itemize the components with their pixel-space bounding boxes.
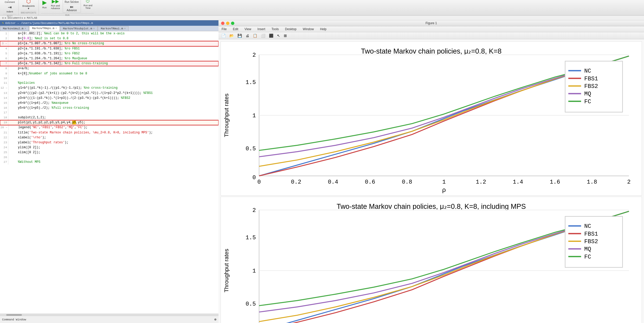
- scroll-indicator[interactable]: [0, 314, 218, 316]
- svg-text:1.5: 1.5: [246, 235, 256, 241]
- run-advance-icon: ▶▶: [52, 0, 59, 4]
- run-icon: ▶: [42, 0, 47, 6]
- code-line-2: 2 b=[0.8]; %mu2 is set to 0.8: [0, 36, 218, 41]
- tab-markovtrsubplot[interactable]: MarkovTRsubplot.m ×: [60, 26, 98, 31]
- tab-label-1: MarkovTRmps.m: [32, 27, 54, 30]
- svg-text:0.5: 0.5: [246, 301, 256, 308]
- tab-close-3[interactable]: ×: [124, 27, 126, 30]
- code-line-12: 12 – y1=b*((p1.^k)-1)./((p1.^k)-1./p1); …: [0, 86, 218, 91]
- svg-text:0: 0: [253, 175, 256, 181]
- indent-button[interactable]: ⇥ Indent: [5, 4, 15, 14]
- tab-close-2[interactable]: ×: [93, 27, 95, 30]
- figure-menu-view[interactable]: View: [243, 27, 252, 31]
- fig-select-button[interactable]: ↖: [276, 33, 281, 38]
- figure-title-bar: Figure 1: [218, 20, 644, 26]
- svg-text:MQ: MQ: [584, 246, 591, 253]
- figure-menu-window[interactable]: Window: [302, 27, 315, 31]
- figure-title: Figure 1: [426, 21, 437, 25]
- code-line-15: 15 y4=b*((1+p4)./2); %maxqueue: [0, 101, 218, 106]
- comment-button[interactable]: 💬 Comment: [3, 0, 16, 4]
- figure-maximize-button[interactable]: [231, 22, 234, 25]
- fig-copy-button[interactable]: 📋: [252, 33, 259, 38]
- fig-edit-button[interactable]: ⊞: [282, 33, 288, 38]
- figure-window-controls: [221, 22, 234, 25]
- editor-title: Editor – /Users/juno/Documents/MATLAB/Ma…: [5, 22, 93, 25]
- svg-text:FC: FC: [584, 254, 591, 260]
- code-line-1: 1 a=[0:.001:2]; %mu1 can be 0 to 2, this…: [0, 31, 218, 36]
- figure-menu-help[interactable]: Help: [319, 27, 328, 31]
- figure-toolbar: 📄 📂 💾 🖨 📋 ⬜ ⬛ ↖ ⊞: [218, 32, 644, 39]
- svg-text:2: 2: [253, 207, 256, 214]
- command-window-bar[interactable]: Command Window ⊕: [0, 316, 218, 323]
- fig-print-button[interactable]: 🖨: [244, 33, 250, 38]
- code-line-20: 20 – legend('NC','FBS1','FBS2','MQ','FC'…: [0, 125, 218, 130]
- fig-save-button[interactable]: 💾: [236, 33, 243, 38]
- advance-button[interactable]: ⏭ Advance: [63, 4, 80, 12]
- figure-close-button[interactable]: [221, 22, 224, 25]
- svg-text:NC: NC: [584, 68, 591, 74]
- svg-text:1.8: 1.8: [587, 179, 597, 185]
- svg-text:MQ: MQ: [584, 91, 591, 97]
- toolbar: 💬 Comment ⇥ Indent EDIT ⬡ Breakpoints ▼ …: [0, 0, 644, 16]
- tab-close-1[interactable]: ×: [55, 27, 57, 30]
- tab-markovumu2[interactable]: MarkovUmu2.m ×: [0, 26, 29, 31]
- run-advance-label: Run andAdvance: [51, 4, 60, 10]
- editor-header: ✎ Editor – /Users/juno/Documents/MATLAB/…: [0, 20, 218, 26]
- run-time-button[interactable]: ⏱ Run andTime: [82, 0, 94, 10]
- tab-markovtrmu1[interactable]: MarkovTRmu1.m ×: [98, 26, 128, 31]
- run-section-label: Run Section: [65, 1, 79, 3]
- svg-text:Throughput rates: Throughput rates: [223, 93, 230, 137]
- svg-text:0.6: 0.6: [365, 179, 375, 185]
- tab-close-0[interactable]: ×: [24, 27, 26, 30]
- code-line-19: 19 plot(p1,y1,p2,y2,p3,y3,p4,y4,p5,y5);: [0, 120, 218, 125]
- command-window-label: Command Window: [2, 318, 26, 321]
- tab-label-3: MarkovTRmu1.m: [101, 27, 123, 30]
- fig-tool1-button[interactable]: ⬜: [260, 33, 267, 38]
- toolbar-section-bp: ⬡ Breakpoints ▼ BREAKPOINTS: [21, 0, 36, 18]
- run-advance-button[interactable]: ▶▶ Run andAdvance: [49, 0, 62, 10]
- breakpoints-button[interactable]: ⬡ Breakpoints ▼: [21, 0, 36, 10]
- fig-new-button[interactable]: 📄: [220, 33, 227, 38]
- run-section-button[interactable]: ▶| Run Section: [63, 0, 80, 4]
- svg-text:2: 2: [253, 52, 256, 59]
- code-editor[interactable]: 1 a=[0:.001:2]; %mu1 can be 0 to 2, this…: [0, 31, 218, 314]
- code-line-22: 22 xlabel('\rho');: [0, 135, 218, 140]
- svg-text:1: 1: [253, 268, 256, 274]
- run-button[interactable]: ▶ Run: [41, 0, 48, 9]
- figure-menu-edit[interactable]: Edit: [232, 27, 239, 31]
- svg-text:1: 1: [442, 179, 446, 185]
- toolbar-group-breakpoints: ⬡ Breakpoints ▼ BREAKPOINTS: [19, 0, 39, 15]
- breakpoints-arrow: ▼: [27, 7, 30, 10]
- svg-text:0.8: 0.8: [402, 179, 412, 185]
- command-window-expand[interactable]: ⊕: [214, 317, 216, 322]
- code-line-8: 8 p=a/b;: [0, 66, 218, 71]
- svg-text:FBS1: FBS1: [584, 76, 598, 82]
- code-line-4: 4 p2=[a.*1.191./b.*1.038]; %ro FBS1: [0, 46, 218, 51]
- svg-text:ρ: ρ: [442, 186, 446, 193]
- tab-markovtrmps[interactable]: MarkovTRmps.m ×: [29, 26, 60, 31]
- breadcrumb: o ▶ Documents ▶ MATLAB: [0, 16, 644, 20]
- run-time-label: Run andTime: [83, 4, 92, 9]
- svg-text:FC: FC: [584, 99, 591, 105]
- figure-menu-desktop[interactable]: Desktop: [284, 27, 298, 31]
- chart-1: Two-state Markov chain policies, μ₂=0.8,…: [221, 41, 642, 196]
- tab-label-0: MarkovUmu2.m: [3, 27, 23, 30]
- chart-1-svg: Two-state Markov chain policies, μ₂=0.8,…: [221, 42, 642, 195]
- fig-open-button[interactable]: 📂: [228, 33, 235, 38]
- figure-menu-insert[interactable]: Insert: [256, 27, 266, 31]
- scroll-thumb[interactable]: [6, 314, 22, 316]
- breakpoints-icon: ⬡: [26, 0, 31, 4]
- run-time-icon: ⏱: [86, 0, 90, 4]
- fig-tool2-button[interactable]: ⬛: [268, 33, 275, 38]
- svg-text:1.4: 1.4: [513, 179, 523, 185]
- code-line-3: 3 – p1=[a.*1.007./b.*1.007]; %ro No cros…: [0, 41, 218, 46]
- code-line-21: 21 title('Two-state Markov chain policie…: [0, 130, 218, 135]
- charts-area: Two-state Markov chain policies, μ₂=0.8,…: [218, 39, 644, 323]
- figure-menu-tools[interactable]: Tools: [271, 27, 280, 31]
- tab-label-2: MarkovTRsubplot.m: [63, 27, 92, 30]
- svg-text:1.6: 1.6: [550, 179, 560, 185]
- figure-menu-file[interactable]: File: [221, 27, 228, 31]
- code-line-9: 9 k=[8];%number of jobs assumed to be 8: [0, 71, 218, 76]
- code-line-17: 17: [0, 111, 218, 115]
- figure-minimize-button[interactable]: [226, 22, 229, 25]
